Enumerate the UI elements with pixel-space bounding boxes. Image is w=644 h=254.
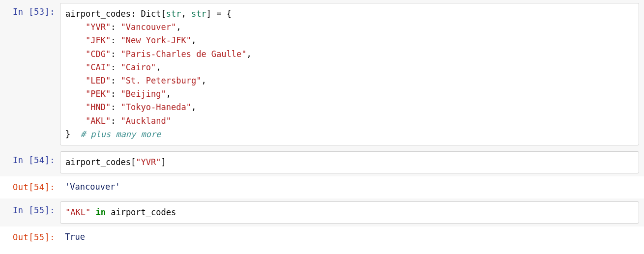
dict-val: "Tokyo-Haneda" xyxy=(121,102,191,112)
dict-val: "Paris-Charles de Gaulle" xyxy=(121,49,247,59)
dict-key: "HND" xyxy=(86,102,111,112)
output-cell: Out[54]: 'Vancouver' xyxy=(0,176,644,198)
input-cell[interactable]: In [53]: airport_codes: Dict[str, str] =… xyxy=(0,0,644,148)
in-prompt: In [54]: xyxy=(0,151,60,165)
in-prompt: In [55]: xyxy=(0,201,60,215)
type-str1: str xyxy=(166,9,181,19)
type-dict: Dict xyxy=(141,9,161,19)
code-input[interactable]: airport_codes: Dict[str, str] = { "YVR":… xyxy=(60,3,639,145)
dict-val: "Vancouver" xyxy=(121,22,176,32)
var-name: airport_codes xyxy=(111,207,176,217)
dict-key: "JFK" xyxy=(86,35,111,45)
var-name: airport_codes xyxy=(65,157,131,167)
in-prompt: In [53]: xyxy=(0,3,60,17)
comment: # plus many more xyxy=(81,129,161,139)
code-text: "AKL" in airport_codes xyxy=(65,206,634,219)
out-prompt: Out[54]: xyxy=(0,178,60,192)
dict-key: "PEK" xyxy=(86,89,111,99)
code-input[interactable]: "AKL" in airport_codes xyxy=(60,201,639,224)
output-text: 'Vancouver' xyxy=(65,182,120,192)
type-str2: str xyxy=(191,9,206,19)
out-prompt: Out[55]: xyxy=(0,228,60,242)
dict-val: "Auckland" xyxy=(121,116,171,126)
code-input[interactable]: airport_codes["YVR"] xyxy=(60,151,639,173)
dict-key: "AKL" xyxy=(86,116,111,126)
keyword-in: in xyxy=(95,207,105,217)
output-text: True xyxy=(65,232,85,242)
dict-key: "CDG" xyxy=(86,49,111,59)
dict-key: "YVR" xyxy=(136,157,161,167)
dict-key: "LED" xyxy=(86,76,111,85)
output-area: True xyxy=(60,228,639,245)
code-text: airport_codes["YVR"] xyxy=(65,156,634,169)
dict-key: "YVR" xyxy=(86,22,111,32)
dict-val: "New York-JFK" xyxy=(121,35,191,45)
dict-val: "Beijing" xyxy=(121,89,166,99)
output-cell: Out[55]: True xyxy=(0,226,644,249)
dict-key: "CAI" xyxy=(86,62,111,72)
dict-val: "St. Petersburg" xyxy=(121,76,202,85)
code-text: airport_codes: Dict[str, str] = { "YVR":… xyxy=(65,7,634,141)
output-area: 'Vancouver' xyxy=(60,178,639,195)
dict-key: "AKL" xyxy=(65,207,90,217)
input-cell[interactable]: In [54]: airport_codes["YVR"] xyxy=(0,148,644,176)
var-name: airport_codes xyxy=(65,9,131,19)
input-cell[interactable]: In [55]: "AKL" in airport_codes xyxy=(0,198,644,226)
dict-val: "Cairo" xyxy=(121,62,156,72)
